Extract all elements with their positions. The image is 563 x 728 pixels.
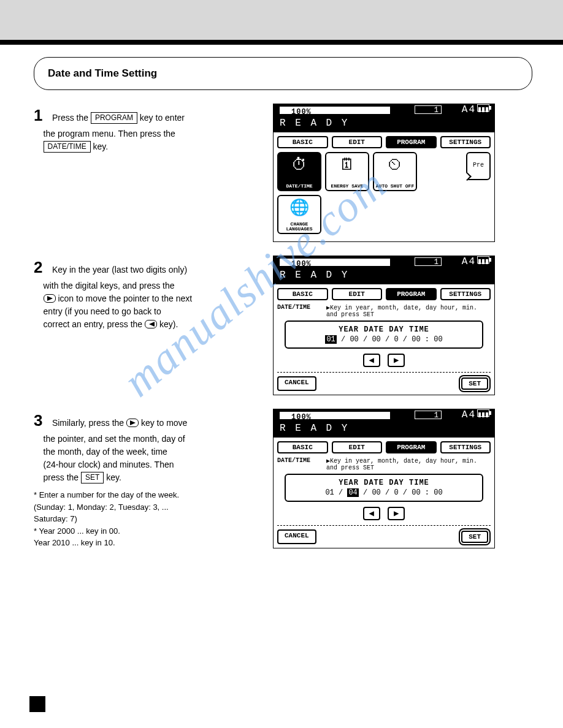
progress-bar: 100% [280,107,390,114]
arrow-right-icon [44,294,56,303]
month-field[interactable]: 04 [347,488,358,497]
tab-program[interactable]: PROGRAM [386,136,437,148]
energy-icon: 🗓 [327,154,367,179]
page-number-block [29,696,45,712]
tab-settings[interactable]: SETTINGS [440,441,491,453]
tab-edit[interactable]: EDIT [332,136,383,148]
cancel-button[interactable]: CANCEL [277,529,316,544]
tile-change-languages[interactable]: 🌐 CHANGE LANGUAGES [277,195,321,234]
tab-edit[interactable]: EDIT [332,288,383,300]
date-values: 01 / 04 / 00 / 0 / 00 : 00 [289,488,478,497]
tab-basic[interactable]: BASIC [277,441,328,453]
program-key: PROGRAM [91,112,137,124]
breadcrumb: DATE/TIME [277,304,326,318]
lcd-screen-3: 100% 1 A4 R E A D Y BASIC EDIT PROGRAM S… [273,409,495,548]
clock-icon: ⏱ [280,154,319,179]
nav-right-button[interactable]: ▶ [388,354,405,367]
tab-settings[interactable]: SETTINGS [440,288,491,300]
paper-icon [477,104,489,112]
arrow-right-icon [126,419,139,427]
globe-icon: 🌐 [280,197,319,222]
tile-energy-save[interactable]: 🗓 ENERGY SAVE [325,152,369,191]
cancel-button[interactable]: CANCEL [277,376,316,391]
nav-right-button[interactable]: ▶ [388,507,405,520]
tile-auto-shut-off[interactable]: ⏲ AUTO SHUT OFF [373,152,417,191]
tab-program[interactable]: PROGRAM [386,441,437,453]
date-entry-box: YEAR DATE DAY TIME 01 / 04 / 00 / 0 / 00… [285,474,483,502]
timer-icon: ⏲ [375,154,415,179]
paper-size: A4 [462,104,489,115]
step-2-text: 2 Key in the year (last two digits only)… [34,256,255,331]
instruction-text: ▶Key in year, month, date, day hour, min… [326,304,491,318]
date-values: 01 / 00 / 00 / 0 / 00 : 00 [289,335,478,344]
tab-basic[interactable]: BASIC [277,136,328,148]
step-1-text: 1 Press the PROGRAM key to enter the pro… [34,104,255,153]
year-field[interactable]: 01 [325,335,336,344]
paper-icon [477,256,489,264]
paper-icon [477,409,489,417]
step-3-note: * Enter a number for the day of the week… [34,489,255,549]
pre-button[interactable]: Pre [466,152,491,180]
tab-program[interactable]: PROGRAM [386,288,437,300]
step-number: 2 [34,256,50,279]
section-title-box: Date and Time Setting [34,57,532,90]
nav-left-button[interactable]: ◀ [363,354,380,367]
date-time-key: DATE/TIME [44,141,91,153]
set-button[interactable]: SET [461,531,488,543]
ready-status: R E A D Y [280,118,349,129]
step-3-text: 3 Similarly, press the key to move the p… [34,409,255,549]
header-rule [0,40,563,45]
tab-settings[interactable]: SETTINGS [440,136,491,148]
zoom-percent: 100% [291,108,312,116]
step-number: 1 [34,104,50,127]
lcd-screen-2: 100% 1 A4 R E A D Y BASIC EDIT PROGRAM S… [273,256,495,395]
step-number: 3 [34,409,50,433]
tab-edit[interactable]: EDIT [332,441,383,453]
lcd-screen-1: 100% 1 A4 R E A D Y BASIC EDIT PROGRAM S… [273,104,495,242]
tab-basic[interactable]: BASIC [277,288,328,300]
header-band [0,0,563,40]
copy-count: 1 [415,105,442,114]
nav-left-button[interactable]: ◀ [363,507,380,520]
tile-date-time[interactable]: ⏱ DATE/TIME [277,152,321,191]
arrow-left-icon [145,320,157,328]
date-entry-box: YEAR DATE DAY TIME 01 / 00 / 00 / 0 / 00… [285,320,483,349]
set-button[interactable]: SET [461,377,488,390]
set-key: SET [81,472,104,483]
